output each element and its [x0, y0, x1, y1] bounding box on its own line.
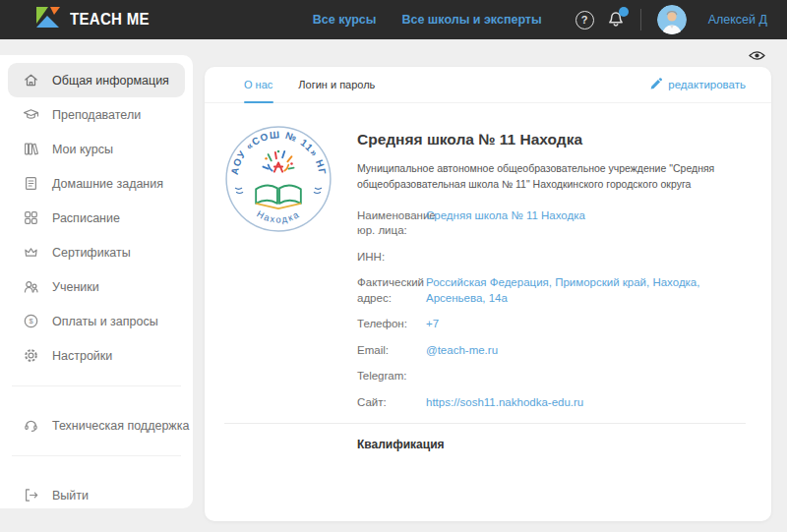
header-divider: [640, 9, 641, 30]
sidebar-item-logout[interactable]: Выйти: [8, 478, 185, 512]
pencil-icon: [649, 78, 662, 92]
school-info: Средняя школа № 11 Находка Муниципальное…: [357, 117, 746, 421]
help-glyph: ?: [581, 14, 588, 26]
app-header: TEACH ME Все курсы Все школы и эксперты …: [0, 0, 787, 39]
header-nav: Все курсы Все школы и эксперты: [313, 13, 542, 27]
nav-all-courses[interactable]: Все курсы: [313, 13, 377, 27]
field-value-link[interactable]: Средняя школа № 11 Находка: [426, 208, 746, 239]
sidebar-item-label: Общая информация: [52, 74, 169, 88]
school-title: Средняя школа № 11 Находка: [357, 131, 746, 148]
sidebar-item-label: Выйти: [52, 489, 89, 502]
sidebar-item-label: Техническая поддержка: [52, 419, 189, 433]
edit-button[interactable]: редактировать: [649, 67, 746, 102]
field-label: Email:: [357, 343, 426, 359]
graduation-cap-icon: [23, 106, 39, 123]
brand-title: TEACH ME: [70, 11, 150, 29]
schedule-grid-icon: [23, 209, 39, 226]
sidebar-item-certificates[interactable]: Сертификаты: [8, 235, 185, 269]
homework-document-icon: [23, 175, 39, 192]
field-value: [426, 250, 746, 266]
field-label: Телефон:: [357, 317, 426, 332]
logout-icon: [23, 487, 39, 503]
field-inn: ИНН:: [357, 250, 746, 266]
gear-icon: [23, 347, 39, 364]
visibility-eye-icon[interactable]: [749, 50, 765, 61]
school-logo: МАОУ «СОШ № 11» НГО Находка: [224, 117, 357, 421]
notifications-bell-icon[interactable]: [607, 11, 625, 29]
field-value: [426, 369, 746, 384]
sidebar-item-label: Расписание: [52, 211, 120, 225]
sidebar-item-homework[interactable]: Домашние задания: [8, 166, 185, 201]
sidebar-item-label: Мои курсы: [52, 143, 113, 156]
sidebar-item-my-courses[interactable]: Мои курсы: [8, 132, 185, 166]
students-icon: [23, 278, 39, 295]
field-telegram: Telegram:: [357, 369, 746, 384]
field-label: Наименование юр. лица:: [357, 208, 426, 239]
field-label: Сайт:: [357, 395, 426, 411]
field-value-link[interactable]: @teach-me.ru: [426, 343, 746, 359]
field-label: ИНН:: [357, 250, 426, 266]
books-icon: [23, 141, 39, 157]
user-name[interactable]: Алексей Д: [708, 13, 767, 27]
field-phone: Телефон: +7: [357, 317, 746, 332]
sidebar-item-schedule[interactable]: Расписание: [8, 201, 185, 235]
field-label: Фактический адрес:: [357, 275, 426, 306]
about-content: МАОУ «СОШ № 11» НГО Находка: [205, 103, 771, 421]
sidebar-item-label: Ученики: [52, 280, 99, 294]
sidebar-item-teachers[interactable]: Преподаватели: [8, 97, 185, 132]
qualification-heading: Квалификация: [357, 438, 771, 451]
school-description: Муниципальное автономное общеобразовател…: [357, 161, 746, 193]
sidebar-item-general-info[interactable]: Общая информация: [8, 63, 185, 97]
tab-bar: О нас Логин и пароль редактировать: [205, 67, 771, 103]
dollar-circle-icon: $: [23, 313, 39, 329]
sidebar-divider: [12, 455, 181, 456]
svg-text:$: $: [29, 317, 33, 325]
sidebar-item-label: Настройки: [52, 349, 112, 363]
brand-logo[interactable]: TEACH ME: [35, 5, 154, 34]
edit-label: редактировать: [668, 79, 746, 90]
sidebar-item-settings[interactable]: Настройки: [8, 338, 185, 373]
home-icon: [23, 72, 39, 89]
help-icon[interactable]: ?: [575, 11, 594, 30]
sidebar-item-students[interactable]: Ученики: [8, 269, 185, 304]
sidebar-item-label: Оплаты и запросы: [52, 315, 158, 328]
headset-icon: [23, 417, 39, 434]
user-avatar[interactable]: [657, 5, 687, 34]
field-legal-name: Наименование юр. лица: Средняя школа № 1…: [357, 208, 746, 239]
sidebar: Общая информация Преподаватели Мои курсы: [0, 55, 193, 508]
field-value-link[interactable]: Российская Федерация, Приморский край, Н…: [426, 275, 746, 306]
sidebar-item-label: Преподаватели: [52, 108, 141, 122]
school-profile-card: О нас Логин и пароль редактировать: [205, 67, 771, 521]
crown-icon: [23, 244, 39, 261]
header-icons: ? Алексей Д: [575, 5, 767, 34]
tab-label: О нас: [244, 79, 272, 90]
field-value-link[interactable]: +7: [426, 317, 746, 332]
teachme-logo-icon: [35, 5, 61, 34]
sidebar-item-label: Домашние задания: [52, 177, 163, 191]
field-website: Сайт: https://sosh11.nakhodka-edu.ru: [357, 395, 746, 411]
tab-login-password[interactable]: Логин и пароль: [298, 67, 375, 102]
field-address: Фактический адрес: Российская Федерация,…: [357, 275, 746, 306]
sidebar-item-support[interactable]: Техническая поддержка: [8, 408, 185, 443]
sidebar-divider: [12, 385, 181, 386]
notification-badge: [619, 7, 629, 17]
section-divider: [224, 423, 746, 424]
tab-label: Логин и пароль: [298, 79, 375, 90]
field-email: Email: @teach-me.ru: [357, 343, 746, 359]
field-value-link[interactable]: https://sosh11.nakhodka-edu.ru: [426, 395, 746, 411]
tab-about[interactable]: О нас: [244, 67, 272, 102]
sidebar-item-payments[interactable]: $ Оплаты и запросы: [8, 304, 185, 338]
field-label: Telegram:: [357, 369, 426, 384]
nav-all-schools[interactable]: Все школы и эксперты: [401, 13, 541, 27]
sidebar-item-label: Сертификаты: [52, 246, 131, 260]
